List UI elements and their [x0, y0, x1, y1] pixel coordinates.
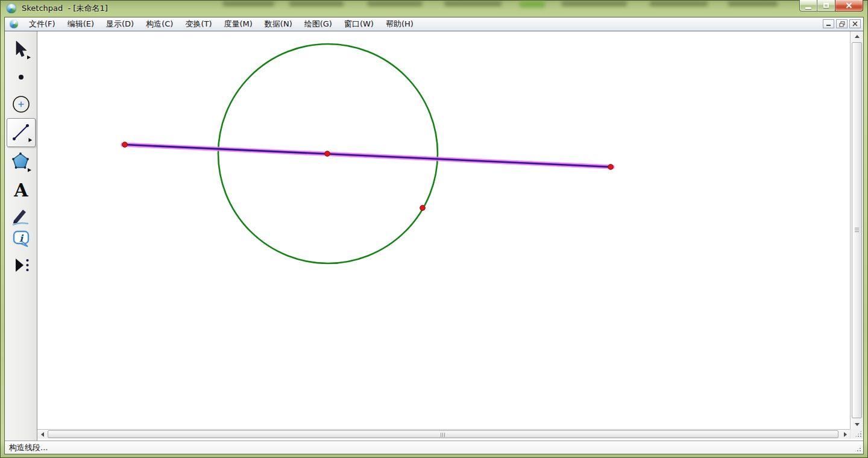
mdi-minimize-icon	[826, 21, 831, 27]
maximize-icon	[823, 3, 829, 8]
mdi-restore-button[interactable]	[836, 19, 848, 28]
scroll-left-button[interactable]	[37, 430, 47, 439]
compass-icon	[9, 92, 33, 116]
scrollbar-corner[interactable]	[850, 429, 863, 439]
scroll-right-icon	[844, 432, 847, 437]
text-tool[interactable]: A	[9, 178, 33, 202]
title-bar[interactable]: Sketchpad - [未命名1]	[0, 0, 868, 17]
vertical-scroll-thumb[interactable]	[852, 42, 862, 418]
scroll-left-icon	[41, 432, 44, 437]
minimize-button[interactable]	[799, 0, 817, 11]
sketchpad-app-icon	[7, 4, 16, 13]
scroll-up-icon	[855, 35, 860, 38]
drawing-canvas[interactable]	[37, 31, 850, 429]
menu-item-4[interactable]: 变换(T)	[179, 17, 218, 31]
resize-grip-icon	[855, 430, 862, 438]
segment-endpoint-left[interactable]	[122, 142, 128, 148]
point-on-circle[interactable]	[420, 205, 426, 211]
menu-item-2[interactable]: 显示(D)	[100, 17, 140, 31]
polygon-icon	[9, 149, 33, 174]
menu-item-3[interactable]: 构造(C)	[140, 17, 179, 31]
maximize-button[interactable]	[817, 0, 835, 11]
construction-segment[interactable]	[125, 145, 611, 167]
scroll-right-button[interactable]	[840, 430, 850, 439]
marker-tool[interactable]	[9, 203, 33, 227]
point-tool[interactable]	[9, 65, 33, 89]
close-button[interactable]	[835, 0, 863, 11]
scroll-down-button[interactable]	[851, 419, 863, 429]
polygon-tool[interactable]	[9, 149, 33, 174]
menu-items: 文件(F)编辑(E)显示(D)构造(C)变换(T)度量(M)数据(N)绘图(G)…	[23, 17, 420, 31]
menu-item-0[interactable]: 文件(F)	[23, 17, 61, 31]
window-content-frame: 文件(F)编辑(E)显示(D)构造(C)变换(T)度量(M)数据(N)绘图(G)…	[4, 17, 864, 454]
close-icon	[846, 2, 852, 8]
mdi-minimize-button[interactable]	[823, 19, 834, 28]
custom-tool[interactable]	[9, 253, 33, 277]
menu-item-9[interactable]: 帮助(H)	[380, 17, 420, 31]
selection-arrow-icon	[9, 39, 33, 63]
compass-tool[interactable]	[9, 92, 33, 116]
workspace: A i	[5, 31, 863, 441]
minimize-icon	[805, 7, 811, 9]
menu-item-7[interactable]: 绘图(G)	[298, 17, 338, 31]
scroll-down-icon	[855, 423, 860, 426]
document-icon	[10, 20, 18, 28]
marker-icon	[9, 203, 33, 227]
vertical-scrollbar[interactable]	[850, 31, 863, 429]
menu-item-6[interactable]: 数据(N)	[259, 17, 298, 31]
mdi-close-icon	[852, 21, 858, 27]
menu-bar: 文件(F)编辑(E)显示(D)构造(C)变换(T)度量(M)数据(N)绘图(G)…	[5, 17, 863, 31]
menu-item-8[interactable]: 窗口(W)	[338, 17, 380, 31]
circle-center-point[interactable]	[325, 151, 330, 157]
window-title: Sketchpad - [未命名1]	[22, 3, 108, 14]
status-bar: 构造线段...	[5, 441, 863, 454]
glass-reflection	[0, 1, 868, 8]
menu-item-1[interactable]: 编辑(E)	[61, 17, 100, 31]
scroll-up-button[interactable]	[851, 31, 863, 41]
svg-text:A: A	[13, 180, 28, 201]
status-text: 构造线段...	[9, 442, 48, 453]
selection-arrow-tool[interactable]	[9, 39, 33, 63]
sketchpad-window: Sketchpad - [未命名1] 文件(F)编辑(E)显示(D)构造(C)变…	[0, 0, 868, 458]
text-tool-icon: A	[9, 178, 33, 202]
menu-item-5[interactable]: 度量(M)	[218, 17, 258, 31]
mdi-restore-icon	[839, 21, 845, 27]
horizontal-scrollbar[interactable]	[37, 429, 850, 439]
horizontal-scroll-thumb[interactable]	[48, 430, 838, 438]
segment-tool[interactable]	[7, 118, 36, 147]
sketch-svg	[37, 31, 850, 429]
point-icon	[9, 65, 33, 89]
segment-icon	[7, 118, 35, 147]
information-tool[interactable]: i	[9, 227, 33, 251]
window-resize-grip[interactable]	[854, 445, 862, 453]
custom-tool-icon	[9, 253, 33, 277]
segment-endpoint-right[interactable]	[608, 165, 614, 170]
information-icon: i	[9, 227, 33, 251]
mdi-close-button[interactable]	[849, 19, 861, 28]
tool-palette: A i	[5, 31, 37, 441]
